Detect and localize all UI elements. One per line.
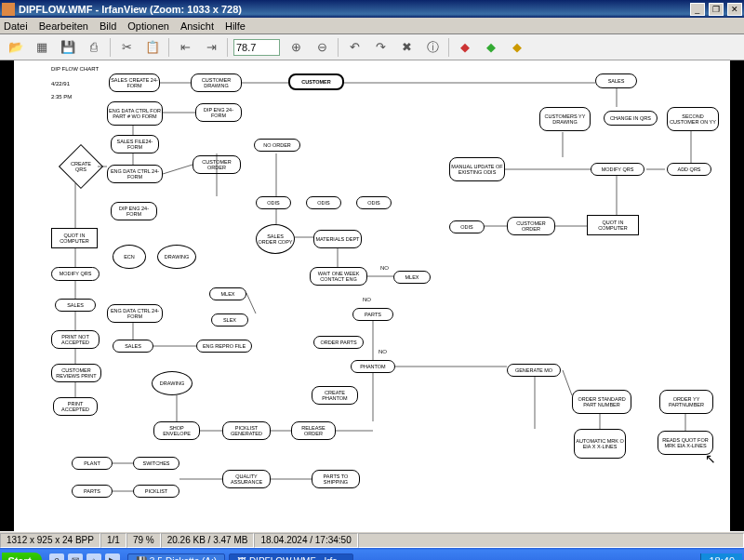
node-print-acc: PRINT ACCEPTED [53,397,98,416]
node-eng-data-24: ENG DATA CTRL 24-FORM [107,165,163,183]
node-order-parts: ORDER PARTS [313,336,364,349]
node-modify-qrs-l: MODIFY QRS [51,267,100,281]
node-customer: CUSTOMER [288,73,344,90]
paint1-icon[interactable]: ◆ [455,37,475,58]
scan-icon[interactable]: ⎙ [84,37,104,58]
menu-file[interactable]: Datei [4,20,28,32]
menu-view[interactable]: Ansicht [180,20,214,32]
maximize-button[interactable]: ❐ [709,3,724,16]
menu-edit[interactable]: Bearbeiten [39,20,88,32]
node-customer-order: CUSTOMER ORDER [193,155,241,174]
status-datetime: 18.04.2024 / 17:34:50 [254,533,357,548]
system-tray[interactable]: 18:49 [700,553,742,560]
status-dimensions: 1312 x 925 x 24 BPP [0,533,100,548]
status-spacer [358,533,744,548]
node-reads-quot: READS QUOT FOR MRK EIA X-LINES [658,431,713,455]
node-slex: SLEX [211,313,248,327]
node-release-order: RELEASE ORDER [291,421,336,440]
node-sales-l: SALES [55,299,96,312]
rotate-left-icon[interactable]: ↶ [344,37,365,58]
node-print-not-acc: PRINT NOT ACCEPTED [51,330,100,349]
node-mlex-l: MLEX [209,287,246,300]
node-wait-week: WAIT ONE WEEK CONTACT ENG [310,267,367,286]
node-change-qrs: CHANGE IN QRS [604,111,658,126]
ql-mail-icon[interactable]: ✉ [68,553,83,560]
node-customer-drawing: CUSTOMER DRAWING [191,73,242,92]
node-quot-comp-r: QUOT IN COMPUTER [587,215,639,235]
slideshow-icon[interactable]: ▦ [32,37,52,58]
zoom-out-icon[interactable]: ⊖ [312,37,332,58]
cut-icon[interactable]: ✂ [116,37,137,58]
menu-help[interactable]: Hilfe [225,20,246,32]
node-eng-data-wo: ENG DATA CTRL FOR PART # WO FORM [107,101,163,126]
paste-icon[interactable]: 📋 [142,37,163,58]
start-button[interactable]: Start [2,553,42,560]
zoom-input[interactable] [233,39,280,56]
status-size: 20.26 KB / 3.47 MB [161,533,255,548]
zoom-in-icon[interactable]: ⊕ [286,37,306,58]
chart-title: DIP FLOW CHART [51,66,99,72]
node-switches: SWITCHES [133,457,179,470]
node-sales-m: SALES [113,340,153,353]
node-odis2: ODIS [306,196,341,209]
node-dip-eng-24b: DIP ENG 24-FORM [111,202,157,220]
ql-desktop-icon[interactable]: ⌂ [86,553,101,560]
status-zoom: 79 % [126,533,161,548]
chart-time: 2:35 PM [51,94,72,100]
status-page: 1/1 [100,533,126,548]
next-icon[interactable]: ⇥ [201,37,221,58]
svg-line-44 [246,293,256,313]
rotate-right-icon[interactable]: ↷ [370,37,391,58]
save-icon[interactable]: 💾 [58,37,78,58]
node-no-order: NO ORDER [254,139,300,152]
menu-options[interactable]: Optionen [127,20,169,32]
node-parts-ship: PARTS TO SHIPPING [312,470,360,488]
label-no1: NO [380,265,389,271]
node-quot-comp-l: QUOT IN COMPUTER [51,228,98,248]
node-sales-create: SALES CREATE 24-FORM [109,73,160,92]
node-create-qrs: CREATE QRS [59,144,103,189]
ql-media-icon[interactable]: ▶ [105,553,120,560]
ql-ie-icon[interactable]: e [49,553,64,560]
paint2-icon[interactable]: ◆ [481,37,501,58]
title-bar: DIPFLOW.WMF - IrfanView (Zoom: 1033 x 72… [0,0,744,18]
node-sales-file24: SALES FILE24-FORM [111,135,159,153]
node-mlex-r: MLEX [393,271,431,284]
node-parts-b: PARTS [72,485,113,498]
node-manual-update: MANUAL UPDATE OF EXISTING ODIS [449,157,505,181]
node-picklist: PICKLIST [133,485,179,498]
node-auto-mrk: AUTOMATIC MRK O EIA X X-LINES [574,429,626,459]
node-sales-top: SALES [595,73,637,88]
node-customer-order2: CUSTOMER ORDER [507,217,555,235]
minimize-button[interactable]: _ [690,3,705,16]
menu-image[interactable]: Bild [100,20,116,32]
node-ecn: ECN [113,245,146,269]
node-dip-eng-24: DIP ENG 24-FORM [195,103,242,122]
node-sales-order-copy: SALES ORDER COPY [256,224,295,254]
info-icon[interactable]: ⓘ [422,37,443,58]
prev-icon[interactable]: ⇤ [175,37,195,58]
node-odis1: ODIS [256,196,291,209]
image-viewport[interactable]: DIP FLOW CHART 4/22/91 2:35 PM SALES CRE… [0,60,744,531]
node-second-cust: SECOND CUSTOMER ON YY [667,107,719,131]
node-picklist-gen: PICKLIST GENERATED [222,421,271,440]
node-odis3: ODIS [356,196,392,209]
app-icon [2,3,15,16]
toolbar: 📂 ▦ 💾 ⎙ ✂ 📋 ⇤ ⇥ ⊕ ⊖ ↶ ↷ ✖ ⓘ ◆ ◆ ◆ [0,34,744,60]
window-buttons: _ ❐ ✕ [689,3,742,16]
node-modify-qrs-r: MODIFY QRS [591,163,644,176]
close-button[interactable]: ✕ [727,3,742,16]
open-icon[interactable]: 📂 [6,37,26,58]
quick-launch: e ✉ ⌂ ▶ [49,553,120,560]
flowchart-canvas: DIP FLOW CHART 4/22/91 2:35 PM SALES CRE… [14,60,730,531]
taskbar-task-diskette[interactable]: 💾 3,5-Diskette (A:) [127,553,225,561]
taskbar-task-irfanview[interactable]: 🖼 DIPFLOW.WMF - Irfa... [229,553,353,561]
status-bar: 1312 x 925 x 24 BPP 1/1 79 % 20.26 KB / … [0,531,744,548]
node-cust-reviews: CUSTOMER REVIEWS PRINT [51,364,101,382]
node-create-phantom: CREATE PHANTOM [312,386,358,405]
node-generate-mo: GENERATE MO [507,364,561,377]
delete-icon[interactable]: ✖ [396,37,417,58]
paint3-icon[interactable]: ◆ [507,37,527,58]
node-shop-env: SHOP ENVELOPE [153,421,200,440]
tray-clock: 18:49 [709,555,735,560]
